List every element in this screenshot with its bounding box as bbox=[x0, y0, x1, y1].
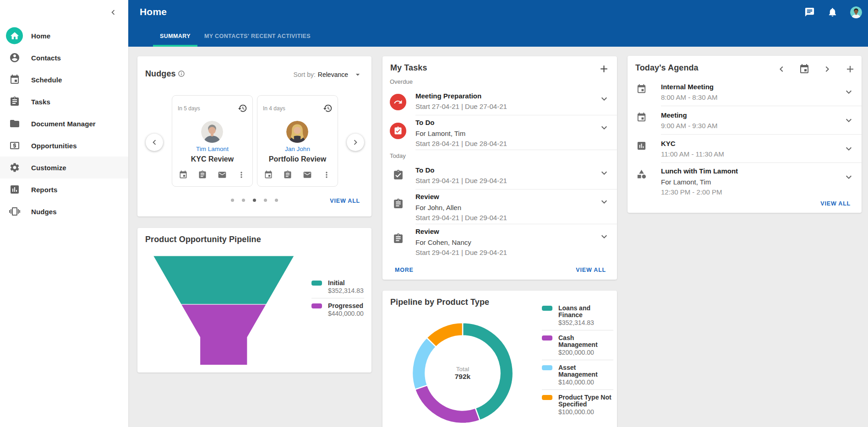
nudges-view-all-link[interactable]: VIEW ALL bbox=[330, 198, 360, 204]
add-task-icon[interactable] bbox=[598, 63, 610, 75]
calendar-icon[interactable] bbox=[179, 170, 188, 179]
avatar[interactable] bbox=[201, 121, 223, 143]
chevron-down-icon[interactable] bbox=[599, 168, 610, 178]
carousel-previous-button[interactable] bbox=[146, 134, 163, 151]
history-icon[interactable] bbox=[323, 103, 333, 113]
legend-divider bbox=[542, 330, 613, 330]
mail-icon[interactable] bbox=[218, 170, 227, 179]
agenda-item: KYC11:00 AM - 11:30 AM bbox=[628, 135, 862, 163]
calendar-icon[interactable] bbox=[799, 64, 810, 75]
task-title: To Do bbox=[415, 165, 595, 176]
task-title: Meeting Preparation bbox=[415, 91, 595, 102]
sidebar-item-reports[interactable]: Reports bbox=[0, 178, 128, 200]
legend-row[interactable]: Loans and Finance$352,314.83 bbox=[542, 305, 613, 326]
history-icon[interactable] bbox=[238, 103, 247, 113]
sidebar-item-opportunities[interactable]: Opportunities bbox=[0, 135, 128, 157]
legend-value: $100,000.00 bbox=[558, 408, 613, 416]
donut-slice-asset-management[interactable] bbox=[412, 338, 436, 389]
carousel-dot[interactable] bbox=[231, 199, 234, 202]
sidebar-item-customize[interactable]: Customize bbox=[0, 157, 128, 178]
sidebar-item-label: Reports bbox=[31, 186, 57, 194]
chevron-down-icon[interactable] bbox=[599, 231, 610, 242]
kebab-icon[interactable] bbox=[237, 170, 246, 179]
agenda-title: Lunch with Tim Lamont bbox=[661, 166, 840, 177]
chevron-down-icon[interactable] bbox=[843, 172, 854, 183]
legend-value: $352,314.83 bbox=[558, 319, 613, 326]
funnel-legend: Initial$352,314.83Progressed$440,000.00 bbox=[311, 280, 364, 317]
sort-by-dropdown[interactable]: Sort by: Relevance bbox=[294, 70, 362, 79]
sidebar-item-home[interactable]: Home bbox=[0, 25, 128, 47]
donut-slice-product-type-not-specified[interactable] bbox=[427, 323, 463, 347]
funnel-segment-initial[interactable] bbox=[153, 256, 294, 304]
dropdown-caret-icon bbox=[353, 70, 362, 79]
plus-icon[interactable] bbox=[845, 64, 856, 75]
chevron-down-icon[interactable] bbox=[599, 196, 610, 207]
legend-row[interactable]: Initial$352,314.83 bbox=[311, 280, 364, 294]
legend-row[interactable]: Cash Management$200,000.00 bbox=[542, 335, 613, 356]
carousel-dot[interactable] bbox=[253, 199, 256, 202]
bell-icon[interactable] bbox=[827, 7, 838, 18]
agenda-item: Meeting9:00 AM - 9:30 AM bbox=[628, 106, 862, 135]
legend-name: Product Type Not Specified bbox=[558, 394, 613, 408]
chevron-left-icon[interactable] bbox=[776, 64, 787, 75]
agenda-view-all-link[interactable]: VIEW ALL bbox=[820, 200, 851, 207]
calendar-icon[interactable] bbox=[264, 170, 273, 179]
tab-summary[interactable]: SUMMARY bbox=[153, 26, 197, 47]
clipboard-icon[interactable] bbox=[283, 170, 292, 179]
page-title: Home bbox=[140, 6, 167, 17]
sidebar-item-tasks[interactable]: Tasks bbox=[0, 91, 128, 113]
header-actions bbox=[804, 0, 864, 25]
carousel-dot[interactable] bbox=[275, 199, 278, 202]
chevron-down-icon[interactable] bbox=[843, 143, 854, 154]
calendar-icon bbox=[636, 84, 647, 94]
mail-icon[interactable] bbox=[303, 170, 312, 179]
tasks-view-all-link[interactable]: VIEW ALL bbox=[576, 267, 606, 273]
sidebar-item-schedule[interactable]: Schedule bbox=[0, 69, 128, 91]
carousel-dot[interactable] bbox=[242, 199, 245, 202]
chevron-right-icon[interactable] bbox=[822, 64, 833, 75]
sidebar-collapse-icon[interactable] bbox=[108, 7, 118, 17]
kebab-icon[interactable] bbox=[322, 170, 331, 179]
sidebar: HomeContactsScheduleTasksDocument Manage… bbox=[0, 0, 128, 427]
nudge-contact-link[interactable]: Jan John bbox=[257, 146, 338, 152]
info-icon[interactable] bbox=[178, 70, 185, 77]
chat-icon[interactable] bbox=[804, 7, 815, 18]
tasks-more-link[interactable]: MORE bbox=[395, 267, 414, 273]
clipboard-icon[interactable] bbox=[198, 170, 207, 179]
agenda-time: 11:00 AM - 11:30 AM bbox=[661, 149, 840, 159]
task-dates: Start 29-04-21 | Due 29-04-21 bbox=[415, 176, 595, 185]
sidebar-item-label: Home bbox=[31, 32, 50, 40]
carousel-dot[interactable] bbox=[264, 199, 267, 202]
nudge-actions bbox=[264, 170, 331, 179]
chevron-down-icon[interactable] bbox=[599, 93, 610, 104]
agenda-item: Lunch with Tim LamontFor Lamont, Tim12:3… bbox=[628, 163, 862, 200]
nudge-contact-link[interactable]: Tim Lamont bbox=[172, 146, 252, 152]
legend-divider bbox=[542, 360, 613, 360]
agenda-card-title: Today's Agenda bbox=[635, 63, 699, 73]
sidebar-item-contacts[interactable]: Contacts bbox=[0, 47, 128, 69]
chevron-down-icon[interactable] bbox=[843, 86, 854, 97]
task-item: ReviewFor John, AllenStart 29-04-21 | Du… bbox=[382, 189, 617, 224]
legend-row[interactable]: Product Type Not Specified$100,000.00 bbox=[542, 394, 613, 416]
chevron-down-icon[interactable] bbox=[843, 115, 854, 126]
carousel-next-button[interactable] bbox=[347, 134, 364, 151]
sort-by-label: Sort by: bbox=[294, 71, 316, 78]
app-header: Home SUMMARYMY CONTACTS' RECENT ACTIVITI… bbox=[128, 0, 868, 47]
legend-row[interactable]: Progressed$440,000.00 bbox=[311, 303, 364, 317]
chevron-down-icon[interactable] bbox=[599, 122, 610, 133]
task-dates: Start 29-04-21 | Due 29-04-21 bbox=[415, 248, 595, 257]
calendar-icon bbox=[636, 112, 647, 123]
funnel-segment-progressed[interactable] bbox=[181, 304, 267, 365]
tab-my-contacts-recent-activities[interactable]: MY CONTACTS' RECENT ACTIVITIES bbox=[197, 26, 317, 47]
sidebar-item-nudges[interactable]: Nudges bbox=[0, 200, 128, 222]
donut-slice-cash-management[interactable] bbox=[415, 385, 480, 423]
legend-swatch bbox=[542, 306, 552, 311]
my-tasks-card-title: My Tasks bbox=[390, 63, 427, 73]
main-content: Nudges Sort by: Relevance In 5 daysTim L… bbox=[128, 47, 868, 427]
avatar[interactable] bbox=[286, 121, 308, 143]
legend-name: Progressed bbox=[328, 303, 364, 309]
sidebar-item-document-manager[interactable]: Document Manager bbox=[0, 113, 128, 135]
legend-divider bbox=[311, 298, 364, 298]
avatar[interactable] bbox=[850, 6, 862, 18]
legend-row[interactable]: Asset Management$140,000.00 bbox=[542, 364, 613, 386]
